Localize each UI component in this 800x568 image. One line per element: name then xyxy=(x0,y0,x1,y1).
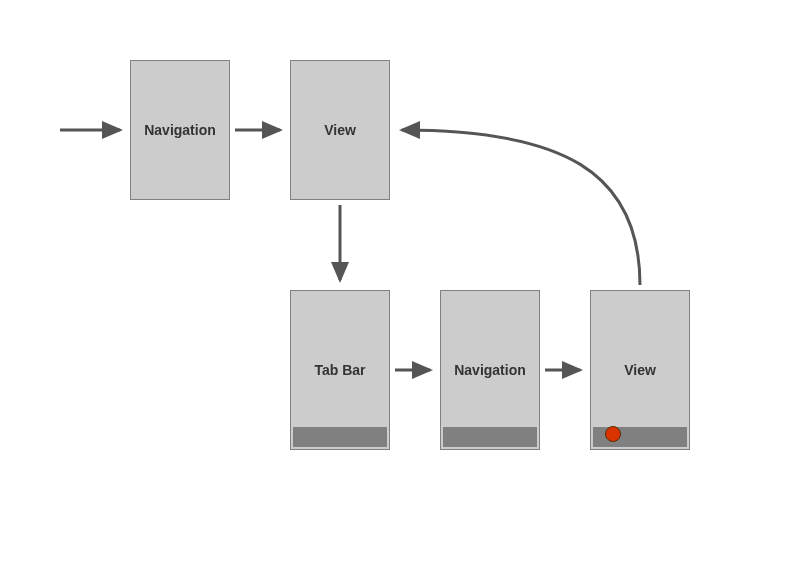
arrows-layer xyxy=(0,0,800,568)
node-label: View xyxy=(624,362,656,378)
diagram-canvas: Navigation View Tab Bar Navigation View xyxy=(0,0,800,568)
node-label: Tab Bar xyxy=(314,362,365,378)
node-view-1: View xyxy=(290,60,390,200)
tab-indicator-dot xyxy=(605,426,621,442)
node-navigation-1: Navigation xyxy=(130,60,230,200)
tabbar-strip xyxy=(593,427,687,447)
node-label: Navigation xyxy=(144,122,216,138)
tabbar-strip xyxy=(293,427,387,447)
node-label: Navigation xyxy=(454,362,526,378)
arrow-view2-to-view1 xyxy=(402,130,640,285)
tabbar-strip xyxy=(443,427,537,447)
node-navigation-2: Navigation xyxy=(440,290,540,450)
node-view-2: View xyxy=(590,290,690,450)
node-label: View xyxy=(324,122,356,138)
node-tabbar: Tab Bar xyxy=(290,290,390,450)
